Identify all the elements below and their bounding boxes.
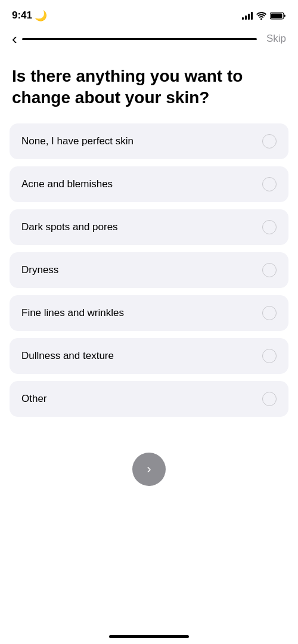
wifi-icon bbox=[256, 12, 266, 20]
option-radio-dryness[interactable] bbox=[262, 263, 277, 277]
question-section: Is there anything you want to change abo… bbox=[0, 49, 298, 123]
skip-button[interactable]: Skip bbox=[266, 33, 286, 45]
option-label-other: Other bbox=[21, 393, 47, 405]
option-label-dullness: Dullness and texture bbox=[21, 350, 114, 362]
option-item-darkspots[interactable]: Dark spots and pores bbox=[10, 209, 288, 245]
option-label-perfect: None, I have perfect skin bbox=[21, 135, 134, 147]
option-radio-dullness[interactable] bbox=[262, 349, 277, 363]
option-item-dullness[interactable]: Dullness and texture bbox=[10, 338, 288, 374]
option-item-acne[interactable]: Acne and blemishes bbox=[10, 166, 288, 202]
option-item-dryness[interactable]: Dryness bbox=[10, 252, 288, 288]
battery-icon bbox=[270, 12, 286, 20]
arrow-icon: › bbox=[147, 462, 151, 477]
options-list: None, I have perfect skinAcne and blemis… bbox=[0, 123, 298, 417]
home-indicator bbox=[109, 635, 189, 638]
option-label-acne: Acne and blemishes bbox=[21, 178, 113, 190]
back-button[interactable]: ‹ bbox=[12, 31, 17, 47]
status-time: 9:41 🌙 bbox=[12, 10, 47, 22]
option-item-perfect[interactable]: None, I have perfect skin bbox=[10, 123, 288, 159]
progress-bar bbox=[22, 38, 257, 40]
question-title: Is there anything you want to change abo… bbox=[12, 66, 286, 109]
status-bar: 9:41 🌙 bbox=[0, 0, 298, 26]
svg-rect-1 bbox=[271, 13, 283, 18]
option-radio-finelines[interactable] bbox=[262, 306, 277, 320]
option-item-other[interactable]: Other bbox=[10, 381, 288, 417]
option-radio-acne[interactable] bbox=[262, 177, 277, 191]
option-label-darkspots: Dark spots and pores bbox=[21, 221, 118, 233]
moon-icon: 🌙 bbox=[35, 10, 47, 22]
continue-area: › bbox=[0, 417, 298, 498]
option-label-dryness: Dryness bbox=[21, 264, 58, 276]
option-radio-other[interactable] bbox=[262, 392, 277, 406]
continue-button[interactable]: › bbox=[132, 453, 166, 486]
option-label-finelines: Fine lines and wrinkles bbox=[21, 307, 124, 319]
option-item-finelines[interactable]: Fine lines and wrinkles bbox=[10, 295, 288, 331]
navigation-row: ‹ Skip bbox=[0, 26, 298, 49]
status-icons bbox=[242, 11, 286, 20]
signal-icon bbox=[242, 11, 253, 20]
option-radio-darkspots[interactable] bbox=[262, 220, 277, 234]
option-radio-perfect[interactable] bbox=[262, 134, 277, 148]
